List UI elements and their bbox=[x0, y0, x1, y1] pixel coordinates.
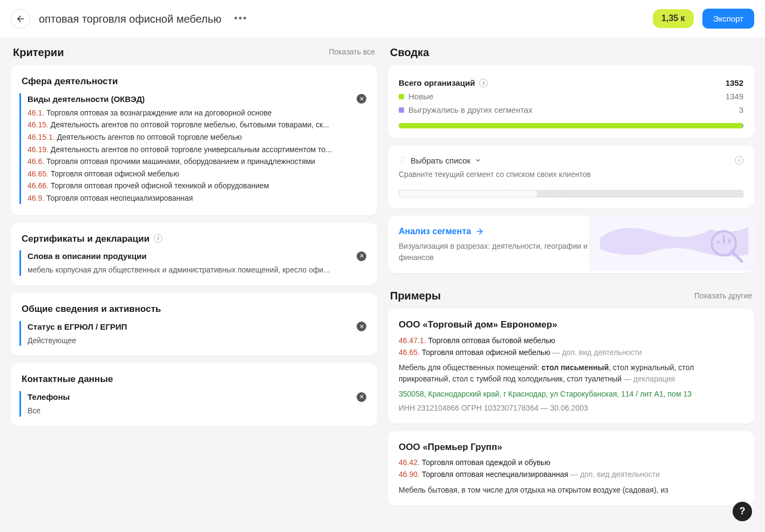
criteria-block-okved: Виды деятельности (ОКВЭД) ✕ 46.1. Торгов… bbox=[19, 93, 366, 204]
okved-item: 46.9. Торговля оптовая неспециализирован… bbox=[28, 193, 366, 204]
example-okved-line: 46.65. Торговля оптовая офисной мебелью … bbox=[399, 347, 743, 358]
summary-new-value: 1349 bbox=[726, 91, 743, 102]
page-header: оптовая торговля офисной мебелью ••• 1,3… bbox=[0, 0, 765, 37]
heart-icon: ♡ bbox=[399, 154, 406, 166]
summary-progress-bar bbox=[399, 123, 743, 128]
example-company-card[interactable]: ООО «Премьер Групп» 46.42. Торговля опто… bbox=[388, 431, 754, 506]
example-company-name: ООО «Торговый дом» Еврономер» bbox=[399, 318, 743, 331]
summary-column: Сводка Всего организаций i 1352 Новые 13… bbox=[388, 37, 754, 513]
okved-item: 46.15. Деятельность агентов по оптовой т… bbox=[28, 120, 366, 131]
analysis-desc: Визуализация в разрезах: деятельности, г… bbox=[399, 241, 605, 263]
info-icon[interactable]: i bbox=[479, 79, 488, 87]
show-other-examples-link[interactable]: Показать другие bbox=[694, 291, 752, 302]
examples-heading-row: Примеры Показать другие bbox=[388, 281, 754, 309]
criteria-value: Действующее bbox=[28, 336, 366, 346]
criteria-value: мебель корпусная для общественных и адми… bbox=[28, 265, 366, 276]
remove-criteria-icon[interactable]: ✕ bbox=[357, 392, 366, 402]
criteria-block-title: Слова в описании продукции bbox=[28, 250, 147, 262]
dot-exported-icon bbox=[399, 107, 404, 113]
remove-criteria-icon[interactable]: ✕ bbox=[357, 322, 366, 331]
map-chart-decoration-icon bbox=[589, 216, 754, 271]
info-icon[interactable]: i bbox=[735, 156, 743, 165]
select-list-card: ♡ Выбрать список i Сравните текущий сегм… bbox=[388, 146, 754, 208]
example-address: 350058, Краснодарский край, г Краснодар,… bbox=[399, 389, 743, 400]
criteria-section-activity: Сфера деятельности Виды деятельности (ОК… bbox=[11, 65, 377, 215]
example-okved-line: 46.47.1. Торговля оптовая бытовой мебель… bbox=[399, 336, 743, 346]
summary-total-label: Всего организаций bbox=[399, 77, 475, 88]
arrow-left-icon bbox=[16, 14, 25, 24]
criteria-block-phones: Телефоны ✕ Все bbox=[19, 391, 366, 417]
criteria-section-title: Сфера деятельности bbox=[22, 75, 366, 88]
dot-new-icon bbox=[399, 94, 404, 99]
criteria-section-title: Общие сведения и активность bbox=[22, 303, 366, 316]
criteria-block-title: Телефоны bbox=[28, 391, 70, 403]
dots-icon: ••• bbox=[234, 12, 248, 25]
select-list-desc: Сравните текущий сегмент со списком свои… bbox=[399, 169, 743, 180]
example-okved-line: 46.42. Торговля оптовая одеждой и обувью bbox=[399, 458, 743, 468]
examples-heading: Примеры bbox=[390, 288, 441, 303]
summary-new-row: Новые 1349 bbox=[399, 91, 743, 102]
select-list-dropdown[interactable]: ♡ Выбрать список bbox=[399, 154, 481, 166]
summary-total-row: Всего организаций i 1352 bbox=[399, 77, 743, 88]
progress-segment-new bbox=[399, 123, 742, 128]
summary-total-value: 1352 bbox=[726, 77, 743, 88]
criteria-block-status: Статус в ЕГРЮЛ / ЕГРИП ✕ Действующее bbox=[19, 321, 366, 346]
arrow-right-icon bbox=[475, 227, 484, 236]
criteria-heading-row: Критерии Показать все bbox=[11, 37, 377, 65]
results-count-badge: 1,35 к bbox=[653, 9, 694, 28]
okved-item: 46.6. Торговля оптовая прочими машинами,… bbox=[28, 156, 366, 167]
okved-item: 46.66. Торговля оптовая прочей офисной т… bbox=[28, 181, 366, 192]
page-title: оптовая торговля офисной мебелью bbox=[39, 11, 221, 26]
example-okved-line: 46.90. Торговля оптовая неспециализирова… bbox=[399, 469, 743, 480]
analysis-card[interactable]: Анализ сегмента Визуализация в разрезах:… bbox=[388, 216, 754, 273]
criteria-section-title: Контактные данные bbox=[22, 373, 366, 386]
back-button[interactable] bbox=[11, 9, 30, 29]
criteria-section-certificates: Сертификаты и декларации i Слова в описа… bbox=[11, 223, 377, 285]
example-company-card[interactable]: ООО «Торговый дом» Еврономер» 46.47.1. Т… bbox=[388, 309, 754, 423]
okved-item: 46.15.1. Деятельность агентов по оптовой… bbox=[28, 132, 366, 143]
chevron-down-icon bbox=[475, 157, 481, 163]
more-menu-button[interactable]: ••• bbox=[232, 10, 249, 28]
criteria-block-title: Статус в ЕГРЮЛ / ЕГРИП bbox=[28, 321, 127, 332]
comparison-placeholder bbox=[399, 190, 743, 197]
criteria-section-contacts: Контактные данные Телефоны ✕ Все bbox=[11, 363, 377, 426]
remove-criteria-icon[interactable]: ✕ bbox=[357, 94, 366, 104]
okved-item: 46.1. Торговля оптовая за вознаграждение… bbox=[28, 108, 366, 119]
summary-card: Всего организаций i 1352 Новые 1349 Выгр… bbox=[388, 65, 754, 138]
summary-heading-row: Сводка bbox=[388, 37, 754, 65]
example-description: Мебель бытовая, в том числе для отдыха н… bbox=[399, 485, 743, 496]
example-meta: ИНН 2312104866 ОГРН 1032307178364 — 30.0… bbox=[399, 403, 743, 414]
criteria-value: Все bbox=[28, 406, 366, 417]
help-button[interactable]: ? bbox=[733, 502, 752, 521]
criteria-section-general: Общие сведения и активность Статус в ЕГР… bbox=[11, 293, 377, 356]
criteria-section-title: Сертификаты и декларации i bbox=[22, 233, 366, 245]
show-all-criteria-link[interactable]: Показать все bbox=[329, 47, 375, 58]
criteria-block-product-words: Слова в описании продукции ✕ мебель корп… bbox=[19, 250, 366, 276]
okved-item: 46.19. Деятельность агентов по оптовой т… bbox=[28, 145, 366, 155]
summary-heading: Сводка bbox=[390, 45, 429, 60]
summary-exported-value: 3 bbox=[739, 104, 743, 115]
info-icon[interactable]: i bbox=[154, 234, 162, 243]
criteria-heading: Критерии bbox=[13, 45, 64, 60]
summary-exported-row: Выгружались в других сегментах 3 bbox=[399, 104, 743, 115]
criteria-column: Критерии Показать все Сфера деятельности… bbox=[11, 37, 377, 513]
remove-criteria-icon[interactable]: ✕ bbox=[357, 251, 366, 261]
example-company-name: ООО «Премьер Групп» bbox=[399, 441, 743, 454]
example-description: Мебель для общественных помещений: стол … bbox=[399, 362, 743, 385]
criteria-block-title: Виды деятельности (ОКВЭД) bbox=[28, 93, 145, 105]
export-button[interactable]: Экспорт bbox=[702, 9, 754, 29]
progress-segment-exported bbox=[742, 123, 743, 128]
okved-item: 46.65. Торговля оптовая офисной мебелью bbox=[28, 169, 366, 180]
